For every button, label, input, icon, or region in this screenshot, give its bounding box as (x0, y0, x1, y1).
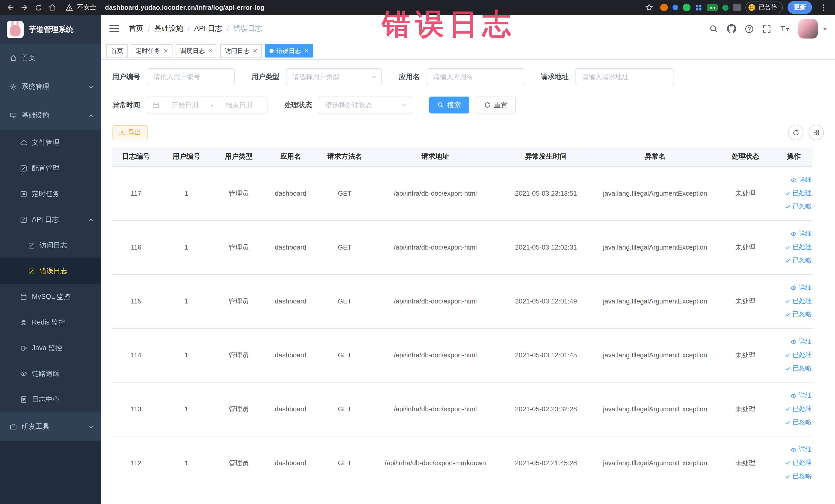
home-icon[interactable] (46, 1, 59, 14)
detail-link[interactable]: 详细 (777, 443, 812, 456)
mark-ignored-link[interactable]: 已忽略 (777, 362, 812, 375)
avatar-caret-icon[interactable] (823, 27, 827, 30)
kebab-menu-icon[interactable] (817, 1, 830, 14)
breadcrumb-infrastructure[interactable]: 基础设施 (154, 24, 183, 33)
extension-icon[interactable] (673, 5, 678, 10)
mark-processed-link[interactable]: 已处理 (777, 348, 812, 362)
extension-icon[interactable] (660, 4, 668, 11)
extensions-puzzle-icon[interactable] (733, 4, 741, 11)
mark-ignored-link[interactable]: 已忽略 (777, 308, 812, 321)
filter-label: 应用名 (399, 72, 420, 81)
bookmark-star-icon[interactable] (643, 1, 656, 14)
sidebar-item-system[interactable]: 系统管理 (0, 73, 101, 101)
mark-ignored-link[interactable]: 已忽略 (777, 469, 812, 483)
back-icon[interactable] (4, 1, 17, 14)
sidebar-item-label: 基础设施 (22, 111, 49, 120)
reload-icon[interactable] (32, 1, 45, 14)
reset-button[interactable]: 重置 (476, 97, 516, 114)
font-size-icon[interactable] (780, 25, 790, 33)
detail-link[interactable]: 详细 (777, 389, 812, 402)
mark-processed-link[interactable]: 已处理 (777, 187, 812, 200)
mark-processed-link[interactable]: 已处理 (777, 241, 812, 254)
mark-processed-link[interactable]: 已处理 (777, 456, 812, 469)
close-icon[interactable] (253, 49, 257, 53)
column-header: 请求地址 (373, 147, 498, 166)
detail-link[interactable]: 详细 (777, 335, 812, 348)
sidebar-item-trace[interactable]: 链路追踪 (0, 361, 101, 387)
extension-icon[interactable] (683, 4, 691, 11)
detail-link[interactable]: 详细 (777, 281, 812, 295)
request-url-input[interactable] (575, 68, 674, 85)
breadcrumb-api-log[interactable]: API 日志 (194, 24, 222, 33)
mark-ignored-link[interactable]: 已忽略 (777, 254, 812, 267)
search-button-label: 搜索 (447, 100, 461, 109)
filter-label: 用户编号 (113, 72, 140, 81)
app-name-input[interactable] (426, 68, 524, 85)
detail-link[interactable]: 详细 (777, 227, 812, 241)
sidebar-item-mysql-monitor[interactable]: MySQL 监控 (0, 284, 101, 310)
tab-access-log[interactable]: 访问日志 (220, 44, 262, 58)
search-icon[interactable] (710, 24, 718, 33)
extension-grid-icon[interactable] (695, 4, 702, 11)
tab-error-log[interactable]: 错误日志 (265, 44, 313, 58)
table-row: 116 1 管理员 dashboard GET /api/infra/db-do… (113, 220, 813, 274)
user-id-input[interactable] (147, 68, 235, 85)
extension-icon[interactable] (722, 4, 729, 11)
detail-link[interactable]: 详细 (777, 173, 812, 187)
fullscreen-icon[interactable] (762, 24, 771, 33)
sidebar-item-redis-monitor[interactable]: Redis 监控 (0, 310, 101, 335)
refresh-button[interactable] (788, 125, 803, 140)
sidebar-item-file-management[interactable]: 文件管理 (0, 130, 101, 156)
sidebar-item-infrastructure[interactable]: 基础设施 (0, 101, 101, 130)
tab-scheduled-tasks[interactable]: 定时任务 (131, 44, 172, 58)
export-button[interactable]: 导出 (113, 125, 148, 140)
tab-label: 定时任务 (136, 46, 160, 55)
user-type-select[interactable]: 请选择用户类型 (286, 68, 382, 85)
breadcrumb-home[interactable]: 首页 (129, 24, 143, 33)
mark-processed-link[interactable]: 已处理 (777, 295, 812, 308)
filter-process-status: 处理状态 请选择处理状态 (284, 97, 412, 114)
sidebar-item-home[interactable]: 首页 (0, 44, 101, 73)
sidebar-item-error-log[interactable]: 错误日志 (0, 258, 101, 284)
sidebar-item-api-log[interactable]: API 日志 (0, 207, 101, 233)
hamburger-icon[interactable] (109, 25, 119, 32)
cell-status: 未处理 (716, 274, 775, 328)
column-header: 应用名 (264, 147, 317, 166)
date-range-picker[interactable]: 开始日期 - 结束日期 (147, 97, 267, 114)
address-bar[interactable]: 不安全 dashboard.yudao.iocoder.cn/infra/log… (60, 3, 642, 12)
github-icon[interactable] (727, 24, 736, 33)
extension-on-badge[interactable]: on (707, 4, 718, 11)
chevron-up-icon (88, 113, 94, 118)
sidebar-item-log-center[interactable]: 日志中心 (0, 387, 101, 412)
sidebar-item-scheduled-tasks[interactable]: 定时任务 (0, 181, 101, 207)
close-icon[interactable] (304, 49, 308, 53)
close-icon[interactable] (164, 49, 168, 53)
sidebar-item-java-monitor[interactable]: Java 监控 (0, 335, 101, 361)
browser-update-button[interactable]: 更新 (788, 1, 812, 14)
sidebar-item-config-management[interactable]: 配置管理 (0, 156, 101, 181)
process-status-select[interactable]: 请选择处理状态 (319, 97, 412, 114)
table-header-row: 日志编号 用户编号 用户类型 应用名 请求方法名 请求地址 异常发生时间 异常名… (113, 147, 813, 166)
close-icon[interactable] (208, 49, 212, 53)
sidebar-item-access-log[interactable]: 访问日志 (0, 233, 101, 258)
app-logo-row[interactable]: 芋道管理系统 (0, 15, 101, 44)
security-label[interactable]: 不安全 (77, 3, 96, 12)
mark-ignored-link[interactable]: 已忽略 (777, 416, 812, 429)
help-icon[interactable] (745, 24, 754, 33)
select-placeholder: 请选择用户类型 (292, 72, 339, 81)
column-settings-button[interactable] (809, 125, 824, 140)
cell-status: 未处理 (716, 166, 775, 220)
user-avatar[interactable] (798, 19, 818, 39)
mark-processed-link[interactable]: 已处理 (777, 402, 812, 416)
column-header: 异常名 (594, 147, 716, 166)
tab-schedule-log[interactable]: 调度日志 (176, 44, 217, 58)
url-text[interactable]: dashboard.yudao.iocoder.cn/infra/log/api… (105, 4, 264, 11)
tab-home[interactable]: 首页 (106, 44, 128, 58)
tab-paused-pill[interactable]: 已暂停 (746, 2, 783, 13)
forward-icon[interactable] (18, 1, 31, 14)
cell-user-type: 管理员 (213, 436, 264, 490)
mark-ignored-link[interactable]: 已忽略 (777, 200, 812, 213)
sidebar-item-dev-tools[interactable]: 研发工具 (0, 412, 101, 441)
search-button[interactable]: 搜索 (429, 97, 469, 114)
column-header: 操作 (775, 147, 813, 166)
